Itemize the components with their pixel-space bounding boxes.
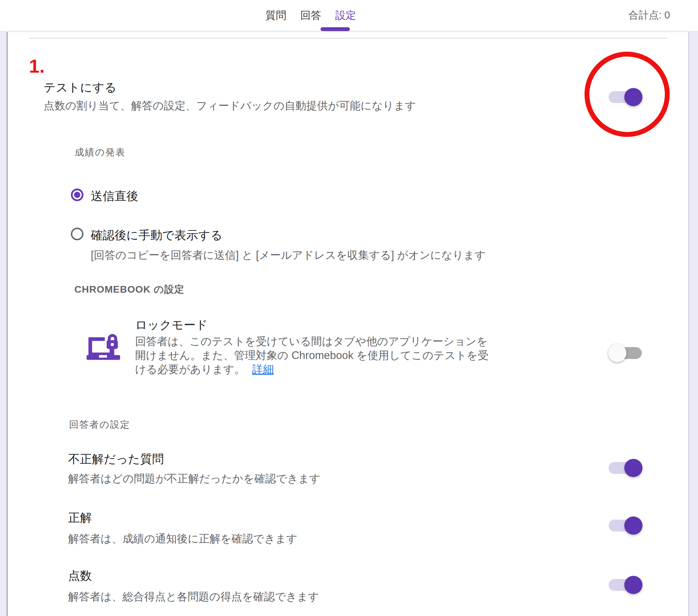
active-tab-underline bbox=[321, 27, 350, 31]
total-points-label: 合計点: 0 bbox=[629, 0, 670, 31]
radio-immediately-after-submission[interactable] bbox=[71, 189, 83, 201]
section-label-respondent: 回答者の設定 bbox=[69, 418, 130, 431]
row-correct-answers-title: 正解 bbox=[68, 510, 92, 526]
lock-mode-description-line2: 開けません。また、管理対象の Chromebook を使用してこのテストを受 bbox=[135, 349, 488, 362]
toggle-thumb bbox=[624, 576, 642, 594]
row-correct-answers-description: 解答者は、成績の通知後に正解を確認できます bbox=[68, 531, 297, 546]
quiz-settings-page: 質問 回答 設定 合計点: 0 1. テストにする 点数の割り当て、解答の設定、… bbox=[0, 0, 698, 616]
tab-questions[interactable]: 質問 bbox=[265, 8, 286, 23]
point-values-toggle[interactable] bbox=[609, 579, 642, 591]
radio-label-later-manual[interactable]: 確認後に手動で表示する bbox=[91, 227, 222, 243]
lock-mode-description-line3-text: ける必要があります。 bbox=[135, 363, 245, 375]
lock-mode-title: ロックモード bbox=[135, 317, 208, 333]
details-link[interactable]: 詳細 bbox=[252, 363, 274, 375]
tab-settings[interactable]: 設定 bbox=[335, 8, 356, 23]
toggle-thumb bbox=[608, 344, 626, 362]
lock-mode-description-line3: ける必要があります。詳細 bbox=[135, 362, 488, 376]
top-tab-bar: 質問 回答 設定 合計点: 0 bbox=[0, 0, 698, 32]
toggle-thumb bbox=[624, 88, 642, 106]
quiz-toggle-title: テストにする bbox=[44, 80, 117, 96]
correct-answers-toggle[interactable] bbox=[609, 520, 642, 531]
lock-mode-description: 回答者は、このテストを受けている間はタブや他のアプリケーションを 開けません。ま… bbox=[135, 335, 488, 376]
toggle-thumb bbox=[624, 516, 642, 535]
quiz-toggle-description: 点数の割り当て、解答の設定、フィードバックの自動提供が可能になります bbox=[44, 98, 416, 113]
row-missed-questions-title: 不正解だった質問 bbox=[68, 451, 164, 467]
lock-mode-toggle[interactable] bbox=[609, 347, 642, 359]
tab-group: 質問 回答 設定 bbox=[265, 0, 356, 31]
missed-questions-toggle[interactable] bbox=[609, 462, 642, 474]
card-left-border bbox=[7, 32, 8, 616]
toggle-thumb bbox=[624, 459, 642, 477]
tab-responses[interactable]: 回答 bbox=[300, 8, 321, 23]
annotation-step-number: 1. bbox=[29, 55, 45, 77]
quiz-toggle[interactable] bbox=[609, 91, 642, 103]
row-point-values-description: 解答者は、総合得点と各問題の得点を確認できます bbox=[68, 589, 319, 604]
laptop-lock-icon bbox=[86, 332, 121, 363]
lock-mode-description-line1: 回答者は、このテストを受けている間はタブや他のアプリケーションを bbox=[135, 335, 488, 349]
radio-later-manual-review[interactable] bbox=[71, 228, 83, 240]
radio-label-immediately[interactable]: 送信直後 bbox=[91, 188, 138, 204]
card-top-divider bbox=[29, 38, 668, 39]
radio-later-manual-description: [回答のコピーを回答者に送信] と [メールアドレスを収集する] がオンになりま… bbox=[91, 248, 486, 263]
page-background-left bbox=[0, 32, 7, 616]
row-missed-questions-description: 解答者はどの問題が不正解だったかを確認できます bbox=[68, 471, 320, 486]
section-label-chromebook: CHROMEBOOK の設定 bbox=[74, 283, 184, 296]
section-label-grade-release: 成績の発表 bbox=[75, 146, 126, 159]
page-background-right bbox=[688, 32, 698, 616]
row-point-values-title: 点数 bbox=[68, 568, 92, 584]
